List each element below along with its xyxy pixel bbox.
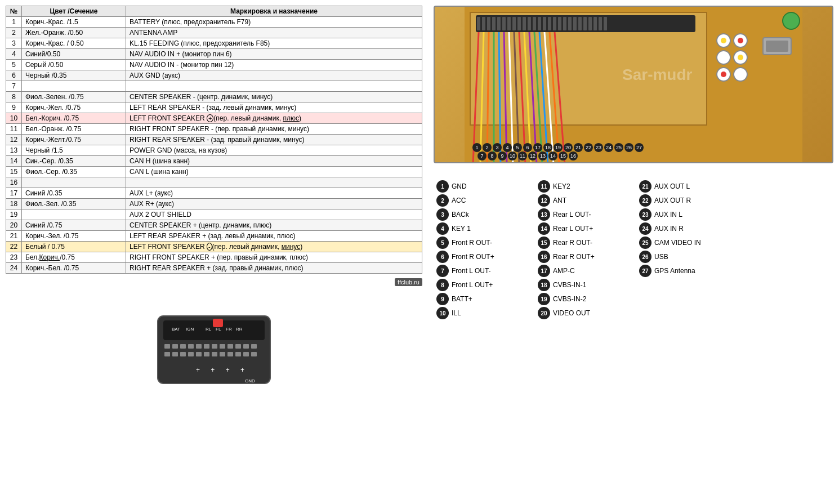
pin-number: 10 [436, 307, 449, 319]
row-color: Син.-Сер. /0.35 [22, 156, 126, 167]
row-color: Фиол.-Сер. /0.35 [22, 167, 126, 177]
table-row: 19AUX 2 OUT SHIELD [6, 209, 422, 220]
pin-item: 7Front L OUT- [436, 265, 521, 277]
svg-text:3: 3 [496, 145, 498, 150]
pin-label: Rear L OUT+ [553, 225, 593, 233]
svg-rect-43 [502, 17, 506, 30]
pin-item: 18CVBS-IN-1 [538, 279, 622, 291]
col-header-desc: Маркировка и назначение [126, 6, 422, 17]
pin-number: 9 [436, 293, 449, 305]
row-color: Бел.-Корич. /0.75 [22, 113, 126, 124]
left-section: № Цвет /Сечение Маркировка и назначение … [6, 6, 422, 398]
svg-point-83 [738, 38, 743, 43]
svg-rect-30 [235, 352, 241, 356]
svg-rect-61 [593, 17, 597, 30]
row-num: 6 [6, 70, 22, 81]
row-desc: RIGHT REAR SPEAKER + (зад. правый динами… [126, 263, 422, 274]
pin-item: 1GND [436, 180, 521, 193]
table-row: 22Белый / 0.75LEFT FRONT SPEAKER -(пер. … [6, 242, 422, 252]
pin-number: 27 [639, 265, 651, 277]
row-desc: AUX L+ (аукс) [126, 188, 422, 199]
row-color: Корич.-Крас. / 0.50 [22, 38, 126, 49]
row-desc: KL.15 FEEDING (плюс, предохранитель F85) [126, 38, 422, 49]
row-num: 8 [6, 92, 22, 102]
pin-number: 8 [436, 279, 449, 291]
svg-text:17: 17 [535, 145, 541, 150]
row-color: Серый /0.50 [22, 60, 126, 70]
pin-item: 25CAM VIDEO IN [639, 237, 724, 249]
svg-text:RL: RL [206, 327, 212, 332]
svg-text:21: 21 [575, 145, 581, 150]
row-color: Черный /1.5 [22, 145, 126, 156]
svg-rect-29 [227, 352, 233, 356]
pin-item: 21AUX OUT L [639, 180, 724, 193]
svg-rect-4 [213, 319, 223, 327]
svg-point-81 [721, 38, 726, 43]
svg-text:15: 15 [560, 153, 566, 159]
svg-rect-32 [251, 352, 257, 356]
pin-number: 4 [436, 222, 449, 235]
pin-label: ILL [452, 309, 461, 317]
pin-number: 5 [436, 237, 449, 249]
pin-item: 3BACk [436, 208, 521, 221]
row-color [22, 177, 126, 188]
svg-text:24: 24 [606, 145, 612, 150]
svg-rect-40 [487, 17, 490, 30]
row-num: 7 [6, 81, 22, 92]
svg-rect-15 [212, 344, 217, 349]
table-row: 24Корич.-Бел. /0.75RIGHT REAR SPEAKER + … [6, 263, 422, 274]
row-desc [126, 177, 422, 188]
row-desc: CAN L (шина канн) [126, 167, 422, 177]
pin-item: 17AMP-C [538, 265, 622, 277]
pin-label: Rear L OUT- [553, 211, 591, 218]
pin-label: CVBS-IN-2 [553, 295, 586, 303]
table-row: 9Корич.-Жел. /0.75LEFT REAR SPEAKER - (з… [6, 102, 422, 113]
svg-rect-49 [533, 17, 536, 30]
pin-number: 12 [538, 194, 550, 207]
pin-label: GPS Antenna [654, 267, 695, 275]
pin-number: 25 [639, 237, 651, 249]
pin-label: Front L OUT- [452, 267, 491, 275]
pin-label: KEY2 [553, 182, 570, 190]
pin-number: 2 [436, 194, 449, 207]
row-desc: CENTER SPEAKER + (центр. динамик, плюс) [126, 220, 422, 231]
table-row: 14Син.-Сер. /0.35CAN H (шина канн) [6, 156, 422, 167]
svg-text:8: 8 [490, 153, 493, 159]
svg-text:FR: FR [226, 327, 232, 332]
row-color: Корич.-Крас. /1.5 [22, 17, 126, 28]
row-color: Жел.-Оранж. /0.50 [22, 28, 126, 38]
svg-rect-38 [477, 17, 480, 30]
svg-rect-26 [204, 352, 209, 356]
pin-item: 4KEY 1 [436, 222, 521, 235]
pin-number: 15 [538, 237, 550, 249]
svg-text:22: 22 [586, 145, 591, 150]
pin-number: 17 [538, 265, 550, 277]
svg-rect-19 [243, 344, 249, 349]
svg-text:6: 6 [526, 145, 529, 150]
svg-text:26: 26 [626, 145, 632, 150]
svg-point-91 [738, 72, 743, 77]
row-desc: LEFT REAR SPEAKER - (зад. левый динамик,… [126, 102, 422, 113]
pin-column-1: 1GND2ACC3BACk4KEY 15Front R OUT-6Front R… [436, 180, 521, 319]
row-desc: RIGHT REAR SPEAKER - (зад. правый динами… [126, 135, 422, 145]
pin-label: AUX OUT R [654, 197, 691, 204]
row-num: 3 [6, 38, 22, 49]
pin-label: CVBS-IN-1 [553, 281, 586, 289]
row-desc: NAV AUDIO IN - (монитор пин 12) [126, 60, 422, 70]
svg-rect-53 [553, 17, 556, 30]
pin-label: AUX IN R [654, 225, 684, 233]
col-header-color: Цвет /Сечение [22, 6, 126, 17]
svg-text:25: 25 [616, 145, 622, 150]
pin-label: BACk [452, 211, 469, 218]
svg-text:23: 23 [596, 145, 601, 150]
pin-label: VIDEO OUT [553, 309, 590, 317]
row-num: 13 [6, 145, 22, 156]
svg-rect-57 [573, 17, 577, 30]
row-color [22, 209, 126, 220]
row-color: Бел.Корич./0.75 [22, 252, 126, 263]
svg-rect-59 [583, 17, 587, 30]
pin-number: 6 [436, 251, 449, 263]
pin-item: 12ANT [538, 194, 622, 207]
svg-text:9: 9 [501, 153, 503, 159]
svg-rect-39 [482, 17, 485, 30]
